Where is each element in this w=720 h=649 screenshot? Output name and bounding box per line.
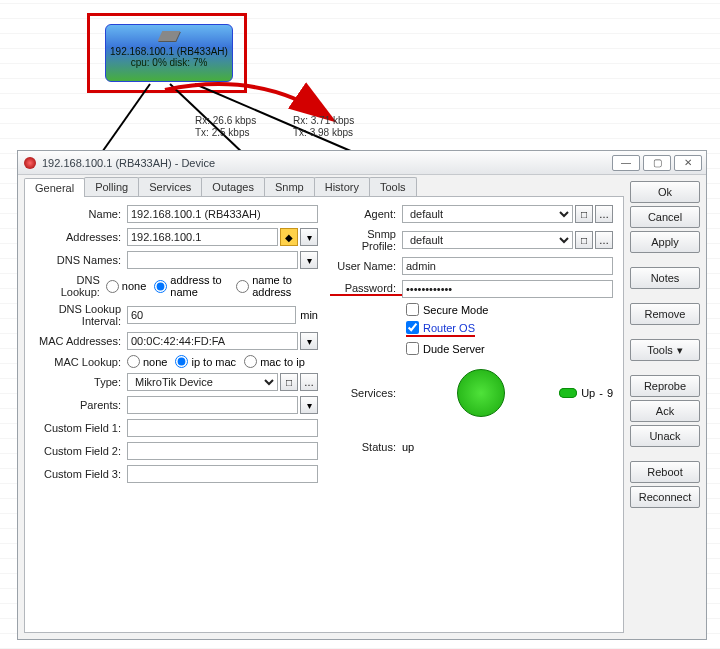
snmp-select[interactable]: default bbox=[402, 231, 573, 249]
parents-label: Parents: bbox=[35, 399, 127, 411]
password-input[interactable] bbox=[402, 280, 613, 298]
dnsnames-label: DNS Names: bbox=[35, 254, 127, 266]
unack-button[interactable]: Unack bbox=[630, 425, 700, 447]
agent-list-button[interactable]: … bbox=[595, 205, 613, 223]
mac-input[interactable] bbox=[127, 332, 298, 350]
dnslookup-n2a[interactable]: name to address bbox=[236, 274, 310, 298]
dnslookup-label: DNS Lookup: bbox=[35, 274, 106, 298]
parents-add-button[interactable]: ▾ bbox=[300, 396, 318, 414]
tabs: General Polling Services Outages Snmp Hi… bbox=[24, 177, 624, 197]
secure-mode-check[interactable]: Secure Mode bbox=[406, 303, 488, 316]
cf2-label: Custom Field 2: bbox=[35, 445, 127, 457]
name-label: Name: bbox=[35, 208, 127, 220]
close-button[interactable]: ✕ bbox=[674, 155, 702, 171]
agent-select[interactable]: default bbox=[402, 205, 573, 223]
cf2-input[interactable] bbox=[127, 442, 318, 460]
remove-button[interactable]: Remove bbox=[630, 303, 700, 325]
services-label: Services: bbox=[330, 387, 402, 399]
dude-server-check[interactable]: Dude Server bbox=[406, 342, 485, 355]
tab-history[interactable]: History bbox=[314, 177, 370, 196]
type-select[interactable]: MikroTik Device bbox=[127, 373, 278, 391]
tab-services[interactable]: Services bbox=[138, 177, 202, 196]
snmp-edit-button[interactable]: □ bbox=[575, 231, 593, 249]
titlebar[interactable]: 192.168.100.1 (RB433AH) - Device — ▢ ✕ bbox=[18, 151, 706, 175]
dnsnames-input[interactable] bbox=[127, 251, 298, 269]
agent-edit-button[interactable]: □ bbox=[575, 205, 593, 223]
tab-general[interactable]: General bbox=[24, 178, 85, 197]
agent-label: Agent: bbox=[330, 208, 402, 220]
maclookup-i2m[interactable]: ip to mac bbox=[175, 355, 236, 368]
status-label: Status: bbox=[330, 441, 402, 453]
dnsinterval-input[interactable] bbox=[127, 306, 296, 324]
routeros-check[interactable]: Router OS bbox=[406, 321, 475, 334]
addresses-input[interactable] bbox=[127, 228, 278, 246]
tabsheet: General Polling Services Outages Snmp Hi… bbox=[24, 177, 624, 633]
tab-polling[interactable]: Polling bbox=[84, 177, 139, 196]
addresses-add-button[interactable]: ▾ bbox=[300, 228, 318, 246]
services-state: Up bbox=[581, 387, 595, 399]
tab-outages[interactable]: Outages bbox=[201, 177, 265, 196]
reboot-button[interactable]: Reboot bbox=[630, 461, 700, 483]
minimize-button[interactable]: — bbox=[612, 155, 640, 171]
reconnect-button[interactable]: Reconnect bbox=[630, 486, 700, 508]
cf1-input[interactable] bbox=[127, 419, 318, 437]
type-label: Type: bbox=[35, 376, 127, 388]
ok-button[interactable]: Ok bbox=[630, 181, 700, 203]
app-icon bbox=[24, 157, 36, 169]
services-status-icon bbox=[457, 369, 505, 417]
services-count: 9 bbox=[607, 387, 613, 399]
cancel-button[interactable]: Cancel bbox=[630, 206, 700, 228]
link1-stats: Rx: 26.6 kbpsTx: 2.5 kbps bbox=[195, 115, 256, 139]
mac-label: MAC Addresses: bbox=[35, 335, 127, 347]
reprobe-button[interactable]: Reprobe bbox=[630, 375, 700, 397]
svg-line-0 bbox=[100, 84, 150, 155]
dnsnames-add-button[interactable]: ▾ bbox=[300, 251, 318, 269]
device-dialog: 192.168.100.1 (RB433AH) - Device — ▢ ✕ G… bbox=[17, 150, 707, 640]
dialog-title: 192.168.100.1 (RB433AH) - Device bbox=[42, 157, 609, 169]
dnsinterval-label: DNS Lookup Interval: bbox=[35, 303, 127, 327]
services-sep: - bbox=[599, 387, 603, 399]
mac-add-button[interactable]: ▾ bbox=[300, 332, 318, 350]
apply-button[interactable]: Apply bbox=[630, 231, 700, 253]
cf3-label: Custom Field 3: bbox=[35, 468, 127, 480]
maclookup-label: MAC Lookup: bbox=[35, 356, 127, 368]
type-list-button[interactable]: … bbox=[300, 373, 318, 391]
user-input[interactable] bbox=[402, 257, 613, 275]
dnsinterval-unit: min bbox=[300, 309, 318, 321]
cf1-label: Custom Field 1: bbox=[35, 422, 127, 434]
name-input[interactable] bbox=[127, 205, 318, 223]
addresses-lookup-button[interactable]: ◆ bbox=[280, 228, 298, 246]
password-label: Password: bbox=[330, 282, 402, 296]
maximize-button[interactable]: ▢ bbox=[643, 155, 671, 171]
maclookup-none[interactable]: none bbox=[127, 355, 167, 368]
tab-body: Name: Addresses: ◆ ▾ DNS Names: ▾ bbox=[24, 197, 624, 633]
ack-button[interactable]: Ack bbox=[630, 400, 700, 422]
type-edit-button[interactable]: □ bbox=[280, 373, 298, 391]
notes-button[interactable]: Notes bbox=[630, 267, 700, 289]
cf3-input[interactable] bbox=[127, 465, 318, 483]
side-buttons: Ok Cancel Apply Notes Remove Tools▾ Repr… bbox=[630, 177, 700, 633]
tools-button[interactable]: Tools▾ bbox=[630, 339, 700, 361]
link2-stats: Rx: 3.71 kbpsTx: 3.98 kbps bbox=[293, 115, 354, 139]
dnslookup-none[interactable]: none bbox=[106, 280, 146, 293]
dnslookup-a2n[interactable]: address to name bbox=[154, 274, 228, 298]
parents-input[interactable] bbox=[127, 396, 298, 414]
addresses-label: Addresses: bbox=[35, 231, 127, 243]
status-badge bbox=[559, 388, 577, 398]
status-value: up bbox=[402, 441, 414, 453]
snmp-label: Snmp Profile: bbox=[330, 228, 402, 252]
maclookup-m2i[interactable]: mac to ip bbox=[244, 355, 305, 368]
snmp-list-button[interactable]: … bbox=[595, 231, 613, 249]
tab-snmp[interactable]: Snmp bbox=[264, 177, 315, 196]
tab-tools[interactable]: Tools bbox=[369, 177, 417, 196]
user-label: User Name: bbox=[330, 260, 402, 272]
